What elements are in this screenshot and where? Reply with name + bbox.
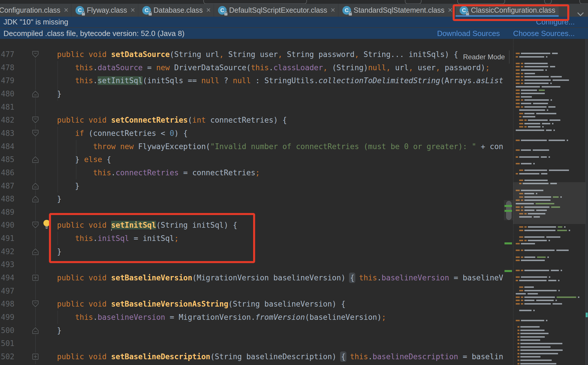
minimap-line <box>517 336 519 338</box>
minimap-line <box>517 353 519 354</box>
minimap-line <box>520 333 549 334</box>
close-tab-icon[interactable]: × <box>206 6 211 14</box>
tab-flyway-class[interactable]: CFlyway.class× <box>71 4 138 17</box>
choose-sources-link[interactable]: Choose Sources... <box>513 29 575 38</box>
close-tab-icon[interactable]: × <box>448 6 452 14</box>
minimap-line <box>524 286 534 288</box>
minimap-line <box>519 56 544 58</box>
tab-defaultsqlscriptexecutor-class[interactable]: CDefaultSqlScriptExecutor.class× <box>214 4 338 17</box>
minimap-line <box>516 243 520 244</box>
minimap-line <box>524 99 549 101</box>
reader-mode-divider <box>509 50 509 64</box>
minimap-line <box>552 53 557 54</box>
minimap-line <box>550 83 552 84</box>
minimap-line <box>521 140 547 141</box>
minimap-line <box>519 156 539 158</box>
minimap-line <box>517 339 519 341</box>
minimap-line <box>524 170 547 171</box>
minimap-line <box>516 76 520 77</box>
minimap-line <box>564 226 566 228</box>
minimap-line <box>519 290 523 291</box>
indent-guide <box>58 311 58 324</box>
minimap-line <box>519 109 545 111</box>
reader-mode-label[interactable]: Reader Mode <box>460 52 508 62</box>
minimap-line <box>520 346 551 348</box>
minimap-viewport[interactable] <box>513 182 585 224</box>
minimap-line <box>520 336 545 338</box>
minimap-line <box>521 106 523 108</box>
close-tab-icon[interactable]: × <box>64 6 69 14</box>
tab-label: Database.class <box>153 6 203 14</box>
minimap-line <box>524 113 534 114</box>
lock-badge-icon <box>149 13 152 16</box>
code-line: public void setConnectRetries(int connec… <box>0 113 513 127</box>
close-tab-icon[interactable]: × <box>331 6 335 14</box>
code-line: public void setBaselineDescription(Strin… <box>0 350 513 363</box>
minimap-line <box>521 53 550 54</box>
minimap-line <box>520 349 563 351</box>
minimap-line <box>520 363 556 364</box>
minimap-line <box>550 66 555 67</box>
minimap-line <box>521 73 523 74</box>
minimap-line <box>516 260 520 261</box>
minimap-line <box>524 230 555 231</box>
decompiled-banner: Decompiled .class file, bytecode version… <box>0 28 588 39</box>
close-tab-icon[interactable]: × <box>130 6 135 14</box>
minimap-line <box>516 163 520 164</box>
minimap-line <box>516 93 520 94</box>
tab-classicconfiguration-class[interactable]: CClassicConfiguration.class× <box>456 4 559 17</box>
ide-window: CConfiguration.class×CFlyway.class×CData… <box>0 0 588 365</box>
code-line: } <box>0 179 513 193</box>
minimap-line <box>517 346 519 348</box>
minimap-line <box>549 240 550 241</box>
minimap-line <box>547 109 548 111</box>
minimap-line <box>524 119 527 121</box>
minimap-line <box>524 76 549 77</box>
minimap-line <box>549 140 565 141</box>
minimap-line <box>553 303 562 305</box>
jdk-missing-text: JDK "10" is missing <box>3 18 68 26</box>
code-line <box>0 206 513 219</box>
minimap-line <box>533 103 548 104</box>
minimap-line <box>521 276 547 278</box>
minimap-line <box>521 79 523 81</box>
minimap-line <box>519 170 523 171</box>
code-line: } <box>0 324 513 337</box>
minimap-line <box>519 236 523 238</box>
code-line: public void setBaselineVersion(Migration… <box>0 271 513 284</box>
minimap-line <box>519 123 523 124</box>
minimap-line <box>517 360 519 361</box>
minimap-line <box>521 76 523 77</box>
minimap-line <box>519 173 539 174</box>
minimap-line <box>519 226 523 228</box>
error-stripe-marker <box>586 313 588 317</box>
vcs-change-marker <box>504 270 512 272</box>
lock-badge-icon <box>349 13 352 16</box>
minimap-line <box>516 250 520 251</box>
minimap-line <box>548 280 556 281</box>
code-line: if (connectRetries < 0) { <box>0 127 513 140</box>
minimap-line <box>524 256 535 258</box>
class-file-icon: C <box>142 6 151 15</box>
tab-standardsqlstatement-class[interactable]: CStandardSqlStatement.class× <box>338 4 456 17</box>
minimap-line <box>537 256 545 258</box>
download-sources-link[interactable]: Download Sources <box>437 29 500 38</box>
minimap-line <box>516 56 518 58</box>
minimap-line <box>528 226 556 228</box>
minimap-line <box>536 113 556 114</box>
tab-database-class[interactable]: CDatabase.class× <box>138 4 214 17</box>
minimap-line <box>578 296 579 298</box>
configure-link[interactable]: Configure... <box>536 18 575 26</box>
tab-configuration-class[interactable]: CConfiguration.class× <box>0 4 71 17</box>
minimap-line <box>516 130 544 131</box>
minimap-line <box>524 270 549 271</box>
code-line <box>0 100 513 114</box>
minimap-line <box>524 180 548 181</box>
minimap-line <box>561 270 562 271</box>
code-line: this.dataSource = new DriverDataSource(t… <box>0 61 513 74</box>
code-editor[interactable]: 4774784794804814824834844854864874884894… <box>0 39 588 365</box>
minimap-line <box>524 106 547 108</box>
minimap-line <box>551 76 562 77</box>
class-file-icon: C <box>218 6 227 15</box>
code-line: } <box>0 192 513 206</box>
